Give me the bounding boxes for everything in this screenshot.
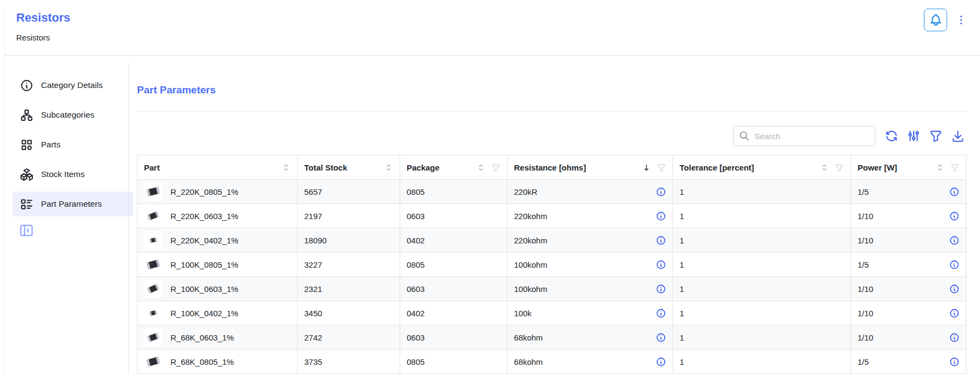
sort-icon[interactable] <box>935 163 944 172</box>
sidebar-item-parts[interactable]: Parts <box>12 132 133 157</box>
adjustments-icon <box>907 129 921 143</box>
cell-total_stock: 3227 <box>304 260 322 269</box>
power-info-button[interactable] <box>949 357 960 367</box>
cell-package: 0603 <box>407 212 424 221</box>
app-root: Resistors Resistors Category Details Sub… <box>0 0 980 374</box>
cell-total_stock: 18090 <box>304 236 327 245</box>
info-circle-icon <box>949 235 960 246</box>
sidebar-item-category-details[interactable]: Category Details <box>12 73 133 98</box>
sort-icon[interactable] <box>476 163 485 172</box>
download-button[interactable] <box>950 128 965 144</box>
column-header-total-stock[interactable]: Total Stock <box>298 155 400 180</box>
cell-package: 0805 <box>407 260 424 269</box>
column-filter-icon[interactable] <box>835 163 844 172</box>
resistance-info-button[interactable] <box>656 235 666 246</box>
part-thumbnail <box>144 304 162 322</box>
sort-icon[interactable] <box>384 163 393 172</box>
bell-icon <box>929 13 943 27</box>
cell-part: R_100K_0603_1% <box>170 284 238 294</box>
resistance-info-button[interactable] <box>656 357 666 367</box>
header-actions <box>924 9 967 31</box>
power-info-button[interactable] <box>949 332 960 343</box>
table-row[interactable]: R_100K_0402_1% 3450 0402 100k 1 1/10 <box>138 301 967 325</box>
cell-tolerance: 1 <box>680 260 684 269</box>
download-icon <box>951 129 965 143</box>
column-filter-icon[interactable] <box>491 163 501 172</box>
refresh-button[interactable] <box>884 128 899 144</box>
power-info-button[interactable] <box>949 308 960 318</box>
search-box[interactable] <box>733 126 875 146</box>
column-header-tolerance[interactable]: Tolerance [percent] <box>673 155 851 180</box>
power-info-button[interactable] <box>949 187 960 197</box>
cell-power: 1/10 <box>858 333 873 342</box>
cell-total_stock: 2197 <box>304 212 322 221</box>
cell-power: 1/5 <box>858 357 869 366</box>
table-row[interactable]: R_100K_0805_1% 3227 0805 100kohm 1 1/5 <box>138 253 967 277</box>
cell-package: 0603 <box>407 284 424 294</box>
sidebar-collapse-icon <box>19 223 34 238</box>
content-area: Category Details Subcategories Parts Sto… <box>5 56 980 374</box>
column-header-package[interactable]: Package <box>400 155 508 180</box>
overflow-menu-button[interactable] <box>955 9 967 31</box>
cell-part: R_68K_0805_1% <box>170 357 234 366</box>
part-thumbnail <box>144 328 162 346</box>
column-header-power[interactable]: Power [W] <box>851 155 967 180</box>
sidebar-collapse-button[interactable] <box>19 223 34 238</box>
search-input[interactable] <box>755 132 869 141</box>
breadcrumb[interactable]: Resistors <box>16 33 70 42</box>
column-header-resistance[interactable]: Resistance [ohms] <box>508 155 673 180</box>
cell-power: 1/10 <box>858 284 873 294</box>
cell-package: 0805 <box>407 187 424 196</box>
sidebar-item-subcategories[interactable]: Subcategories <box>12 103 133 127</box>
column-filter-icon[interactable] <box>950 163 960 172</box>
info-circle-icon <box>656 284 666 294</box>
cell-tolerance: 1 <box>680 333 684 342</box>
resistance-info-button[interactable] <box>656 284 666 294</box>
adjustments-button[interactable] <box>906 128 921 144</box>
notifications-button[interactable] <box>924 9 947 31</box>
table-row[interactable]: R_68K_0603_1% 2742 0603 68kohm 1 1/10 <box>138 325 967 350</box>
power-info-button[interactable] <box>949 284 960 294</box>
cell-resistance: 220kohm <box>514 236 547 245</box>
table-row[interactable]: R_220K_0805_1% 5657 0805 220kR 1 1/5 <box>138 180 967 204</box>
cell-resistance: 100kohm <box>514 284 547 294</box>
resistance-info-button[interactable] <box>656 211 666 221</box>
table-row[interactable]: R_220K_0603_1% 2197 0603 220kohm 1 1/10 <box>138 204 967 228</box>
cell-part: R_100K_0402_1% <box>170 309 238 318</box>
column-header-part[interactable]: Part <box>138 155 298 180</box>
resistance-info-button[interactable] <box>656 260 666 270</box>
page-title: Resistors <box>16 11 70 25</box>
table-row[interactable]: R_68K_0805_1% 3735 0805 68kohm 1 1/5 <box>138 350 967 374</box>
part-thumbnail <box>144 352 162 371</box>
cell-resistance: 68kohm <box>514 357 543 366</box>
power-info-button[interactable] <box>949 211 960 221</box>
filter-button[interactable] <box>928 128 943 144</box>
resistance-info-button[interactable] <box>656 332 666 343</box>
column-label: Tolerance [percent] <box>680 163 754 172</box>
info-circle-icon <box>656 308 666 318</box>
cell-resistance: 100k <box>514 309 532 318</box>
cell-power: 1/5 <box>858 187 869 196</box>
table-row[interactable]: R_100K_0603_1% 2321 0603 100kohm 1 1/10 <box>138 277 967 301</box>
cell-part: R_220K_0402_1% <box>170 236 238 245</box>
column-label: Power [W] <box>858 163 897 172</box>
resistance-info-button[interactable] <box>656 308 666 318</box>
power-info-button[interactable] <box>949 235 960 246</box>
info-circle-icon <box>656 211 666 221</box>
cell-tolerance: 1 <box>680 236 684 245</box>
resistance-info-button[interactable] <box>656 187 666 197</box>
sort-desc-icon[interactable] <box>642 163 651 172</box>
part-thumbnail <box>144 207 162 225</box>
sort-icon[interactable] <box>282 163 291 172</box>
sidebar-item-stock-items[interactable]: Stock Items <box>12 162 133 187</box>
cell-package: 0402 <box>407 309 424 318</box>
cell-tolerance: 1 <box>680 187 684 196</box>
power-info-button[interactable] <box>949 260 960 270</box>
column-filter-icon[interactable] <box>657 163 666 172</box>
sidebar-item-part-parameters[interactable]: Part Parameters <box>12 192 133 216</box>
info-circle-icon <box>949 284 960 294</box>
sort-icon[interactable] <box>820 163 829 172</box>
sitemap-icon <box>20 108 33 122</box>
table-row[interactable]: R_220K_0402_1% 18090 0402 220kohm 1 1/10 <box>138 228 967 253</box>
cell-part: R_220K_0603_1% <box>170 212 238 221</box>
